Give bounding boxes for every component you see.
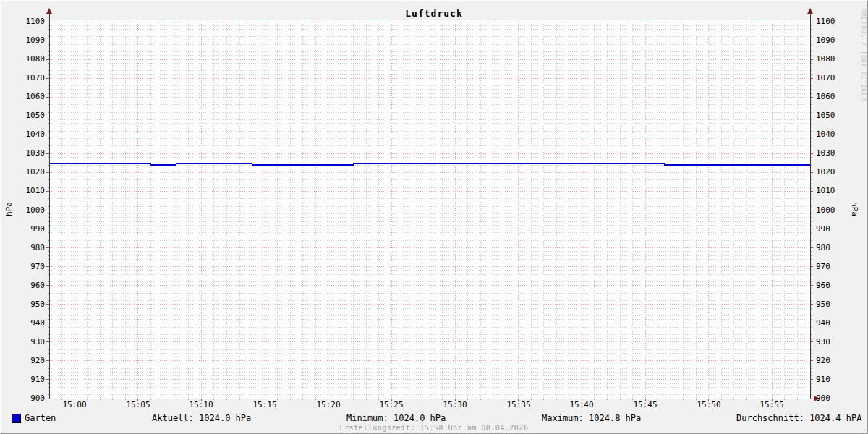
- y-tick-label: 940: [1, 319, 45, 328]
- y-tick-label: 1020: [1, 168, 45, 176]
- y-tick-label: 990: [816, 225, 859, 234]
- y-tick-label: 1060: [816, 93, 859, 101]
- stat-durchschnitt: Durchschnitt: 1024.4 hPA: [736, 413, 861, 423]
- y-tick-label: 1070: [816, 74, 859, 82]
- y-tick-label: 1050: [816, 111, 859, 120]
- y-tick-label: 1030: [816, 149, 859, 158]
- x-tick-label: 15:20: [310, 401, 346, 409]
- y-tick-label: 1090: [816, 36, 859, 45]
- y-axis-left-arrow-icon: [46, 8, 52, 14]
- creation-time-footer: Erstellungszeit: 15:58 Uhr am 08.04.2026: [1, 424, 867, 432]
- stat-aktuell: Aktuell: 1024.0 hPa: [152, 413, 251, 423]
- y-tick-label: 920: [1, 357, 45, 365]
- x-tick-label: 15:05: [120, 401, 156, 409]
- y-tick-label: 980: [816, 244, 859, 252]
- legend-swatch-garten: [12, 414, 21, 423]
- y-tick-label: 1100: [816, 17, 859, 26]
- y-tick-label: 900: [1, 394, 45, 403]
- y-axis-right-line: [810, 14, 811, 399]
- y-tick-label: 970: [1, 263, 45, 271]
- y-tick-label: 900: [816, 394, 859, 403]
- rrd-graph: Luftdruck 900910920930940950960970980990…: [0, 0, 868, 434]
- y-tick-label: 1090: [1, 36, 45, 45]
- x-tick-label: 15:10: [183, 401, 219, 409]
- x-tick-label: 15:15: [247, 401, 283, 409]
- y-tick-label: 920: [816, 357, 859, 365]
- y-tick-label: 990: [1, 225, 45, 234]
- x-tick-label: 15:35: [501, 401, 537, 409]
- stat-maximum: Maximum: 1024.8 hPa: [542, 413, 641, 423]
- y-axis-left-line: [49, 14, 50, 399]
- y-axis-unit-left: hPa: [5, 195, 14, 224]
- grid-and-series: [49, 20, 810, 399]
- y-tick-label: 930: [1, 338, 45, 346]
- legend-series-label: Garten: [25, 413, 56, 423]
- y-tick-label: 1080: [816, 55, 859, 64]
- y-tick-label: 1040: [1, 130, 45, 139]
- y-tick-label: 1050: [1, 111, 45, 120]
- chart-title: Luftdruck: [1, 8, 867, 19]
- x-tick-label: 15:25: [373, 401, 409, 409]
- y-tick-label: 950: [816, 300, 859, 309]
- x-tick-label: 15:30: [437, 401, 473, 409]
- x-tick-label: 15:45: [627, 401, 663, 409]
- x-tick-label: 15:00: [56, 401, 93, 409]
- y-tick-label: 1020: [816, 168, 859, 176]
- x-tick-label: 15:55: [754, 401, 790, 409]
- y-tick-label: 1030: [1, 149, 45, 158]
- y-axis-right-arrow-icon: [807, 8, 813, 14]
- x-axis-line: [46, 399, 814, 399]
- y-tick-label: 940: [816, 319, 859, 328]
- y-tick-label: 980: [1, 244, 45, 252]
- y-tick-label: 1070: [1, 74, 45, 82]
- y-tick-label: 1040: [816, 130, 859, 139]
- stat-minimum: Minimum: 1024.0 hPa: [346, 413, 446, 423]
- y-tick-label: 1060: [1, 93, 45, 101]
- y-tick-label: 910: [816, 375, 859, 384]
- y-tick-label: 960: [1, 281, 45, 290]
- x-tick-label: 15:40: [563, 401, 600, 409]
- y-tick-label: 930: [816, 338, 859, 346]
- y-tick-label: 970: [816, 263, 859, 271]
- y-tick-label: 950: [1, 300, 45, 309]
- y-tick-label: 1080: [1, 55, 45, 64]
- y-tick-label: 960: [816, 281, 859, 290]
- x-tick-label: 15:50: [691, 401, 727, 409]
- y-tick-label: 910: [1, 375, 45, 384]
- rrdtool-watermark: RRDTOOL / TOBI OETIKER: [859, 9, 867, 101]
- y-axis-unit-right: hPa: [850, 195, 859, 224]
- y-tick-label: 1100: [1, 17, 45, 26]
